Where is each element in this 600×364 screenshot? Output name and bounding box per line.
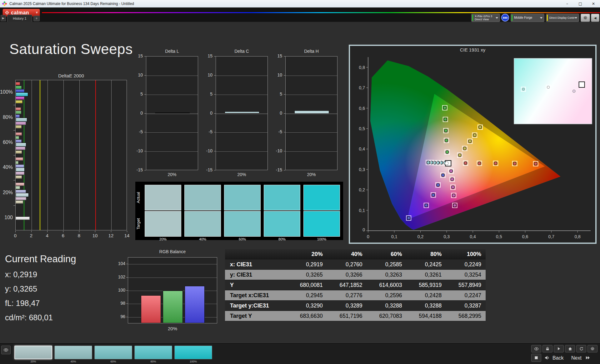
collapse-toolbar-button[interactable]: ◀ bbox=[591, 14, 599, 22]
delta_h-y-tick bbox=[284, 75, 285, 76]
patch-thumbnail-label: 80% bbox=[134, 360, 172, 363]
deltae-y-tick bbox=[13, 155, 15, 155]
swatch-column-label: 60% bbox=[224, 237, 261, 241]
table-row-label: Target x:CIE31 bbox=[225, 292, 288, 299]
deltae-bar-100%-red bbox=[16, 82, 20, 85]
maximize-button[interactable]: □ bbox=[574, 0, 587, 7]
delta_h-x-category-label: 20% bbox=[285, 172, 338, 177]
delta_l-y-tick-label: 15 bbox=[131, 53, 143, 58]
delta_l-chart-title: Delta L bbox=[146, 49, 198, 54]
cie-chromaticity-diagram: 00,10,10,20,20,30,30,40,40,50,50,60,60,7… bbox=[351, 54, 595, 241]
patch-thumbnail-60%[interactable] bbox=[94, 346, 132, 359]
source-dropdown[interactable]: Mobile Forge bbox=[511, 14, 544, 22]
eye-button[interactable] bbox=[531, 345, 541, 352]
play-button[interactable] bbox=[554, 345, 564, 352]
deltae-y-tick bbox=[13, 205, 15, 206]
table-cell: 651,7196 bbox=[327, 313, 367, 319]
deltae-bar-100%-magenta bbox=[16, 96, 24, 100]
delta_c-gridline bbox=[216, 95, 268, 95]
table-row-label: x: CIE31 bbox=[225, 261, 288, 268]
delta_c-y-tick bbox=[214, 132, 216, 132]
deltae-gridline bbox=[111, 80, 112, 230]
tab-history-1[interactable]: History 1 bbox=[7, 15, 32, 22]
refresh-button[interactable] bbox=[576, 345, 586, 352]
window-titlebar: Calman 2025 Calman Ultimate for Business… bbox=[0, 0, 600, 7]
table-cell: 0,2249 bbox=[446, 261, 486, 268]
deltae-group-label: 100% bbox=[0, 89, 13, 95]
lock-icon bbox=[545, 347, 550, 351]
chevron-down-icon bbox=[540, 17, 542, 19]
meter-dropdown-label: X-Rite i1Pro 3 Direct View bbox=[475, 15, 492, 21]
table-cell: 0,2760 bbox=[327, 261, 367, 268]
delta_h-y-tick bbox=[284, 151, 285, 151]
home-button[interactable] bbox=[565, 345, 575, 352]
skip-forward-icon[interactable] bbox=[585, 355, 591, 361]
meter-dropdown[interactable]: X-Rite i1Pro 3 Direct View bbox=[471, 14, 500, 22]
delta_c-y-tick bbox=[214, 75, 216, 76]
delta_l-y-tick bbox=[144, 170, 146, 170]
table-row: Y680,0081647,1852614,6003585,9319557,894… bbox=[225, 280, 486, 290]
patch-thumbnail-20%[interactable] bbox=[14, 346, 52, 359]
deltae-bar-40%-cyan bbox=[16, 168, 25, 172]
target-swatch-100% bbox=[303, 211, 340, 237]
expand-sidebar-button[interactable]: ▶ bbox=[1, 15, 6, 21]
home-icon bbox=[568, 347, 572, 351]
delta_h-gridline bbox=[286, 76, 337, 76]
announce-icon[interactable] bbox=[544, 355, 550, 361]
deltae-bar-20%-magenta bbox=[16, 197, 26, 200]
table-cell: 680,0081 bbox=[288, 282, 327, 288]
add-tab-button[interactable]: + bbox=[33, 16, 40, 21]
svg-text:0,5: 0,5 bbox=[496, 234, 502, 239]
deltae-bar-60%-red bbox=[16, 132, 22, 135]
rgb-y-tick bbox=[126, 290, 128, 291]
delta_h-gridline bbox=[286, 151, 337, 152]
rgb-bar-red bbox=[141, 295, 161, 323]
display-control-dropdown[interactable]: Direct Display Control bbox=[546, 14, 579, 22]
delta_c-y-tick-label: 0 bbox=[201, 111, 212, 116]
deltae-reference-line-3 bbox=[40, 80, 40, 230]
bottom-bar: 20%40%60%80%100% Back Next bbox=[0, 343, 600, 364]
svg-text:0,4: 0,4 bbox=[359, 146, 365, 151]
patch-thumbnail-80%[interactable] bbox=[134, 346, 172, 359]
svg-text:0,6: 0,6 bbox=[359, 106, 365, 111]
deltae-bar-20%-cyan bbox=[16, 193, 29, 197]
table-cell: 0,2776 bbox=[327, 292, 367, 299]
rgb-balance-plot-area bbox=[128, 257, 217, 323]
delta_h-y-tick bbox=[284, 113, 285, 114]
table-row-label: Target y:CIE31 bbox=[225, 303, 288, 309]
meter-count-badge[interactable]: 690 bbox=[501, 14, 509, 22]
table-header-60%: 60% bbox=[367, 251, 407, 258]
delta_c-gridline bbox=[216, 151, 268, 152]
delta_c-y-tick-label: 10 bbox=[201, 72, 212, 77]
next-button[interactable]: Next bbox=[571, 355, 582, 361]
table-row: x: CIE310,29190,27600,25850,24250,2249 bbox=[225, 259, 486, 270]
back-button[interactable]: Back bbox=[552, 355, 564, 361]
stop-button[interactable] bbox=[531, 354, 541, 362]
delta_h-y-tick-label: 10 bbox=[270, 72, 282, 77]
deltae-gridline bbox=[32, 80, 32, 230]
deltae-x-tick bbox=[63, 231, 63, 232]
preview-eye-button[interactable] bbox=[1, 346, 11, 354]
table-cell: 0,3288 bbox=[406, 303, 446, 309]
deltae-group-label: 60% bbox=[0, 140, 13, 145]
settings-button[interactable] bbox=[581, 14, 590, 22]
deltae-x-tick bbox=[15, 231, 16, 232]
patch-thumbnail-40%[interactable] bbox=[54, 346, 92, 359]
table-cell: 0,3265 bbox=[288, 272, 327, 278]
deltae-bar-20%-red bbox=[16, 183, 24, 186]
patch-thumbnail-100%[interactable] bbox=[174, 346, 212, 359]
close-button[interactable]: ✕ bbox=[587, 0, 600, 7]
deltae-bar-40%-red bbox=[16, 157, 23, 160]
table-cell: 0,3266 bbox=[327, 272, 367, 278]
deltae-bar-20%-yellow bbox=[16, 200, 23, 204]
rainbow-accent-line bbox=[42, 12, 600, 13]
delta_l-gridline bbox=[146, 95, 198, 95]
settings-button[interactable] bbox=[588, 345, 598, 352]
deltae-reference-line-10 bbox=[95, 80, 96, 230]
deltae-group-label: 20% bbox=[0, 190, 13, 195]
lock-button[interactable] bbox=[542, 345, 552, 352]
minimize-button[interactable]: – bbox=[561, 0, 574, 7]
delta_c-y-tick-label: 15 bbox=[201, 53, 212, 58]
delta_c-bar bbox=[225, 111, 259, 114]
delta_c-y-tick bbox=[214, 151, 216, 151]
